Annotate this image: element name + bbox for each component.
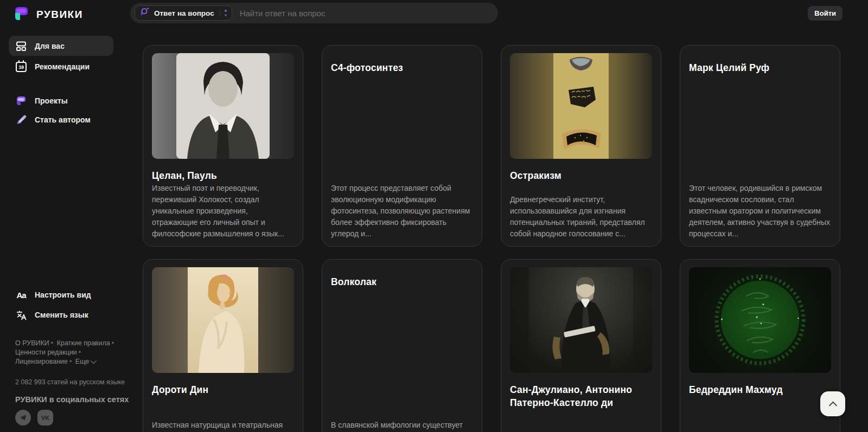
translate-icon: [15, 309, 27, 321]
card-title: Бедреддин Махмуд: [689, 384, 831, 397]
social-links: VK: [15, 410, 53, 425]
card-title: Волколак: [331, 276, 473, 289]
sidebar-item-label: Проекты: [35, 96, 68, 105]
sidebar: Для вас 19 Рекомендации Проекты: [0, 0, 130, 432]
chevron-up-icon: [828, 401, 837, 410]
for-you-cards-icon: [15, 40, 27, 52]
card-title: Марк Целий Руф: [689, 62, 831, 75]
login-button[interactable]: Войти: [808, 6, 843, 21]
appearance-label: Настроить вид: [35, 291, 91, 299]
language-label: Сменить язык: [35, 311, 88, 319]
article-card[interactable]: Сан-Джулиано, Антонино Патерно-Кастелло …: [501, 259, 661, 432]
footer-link-licensing[interactable]: Лицензирование: [15, 358, 68, 365]
article-card[interactable]: Целан, Пауль Известный поэт и переводчик…: [143, 45, 303, 247]
article-card[interactable]: Волколак В славянской мифологии существу…: [322, 259, 482, 432]
card-title: Сан-Джулиано, Антонино Патерно-Кастелло …: [510, 384, 652, 409]
calendar-day-number: 19: [18, 65, 23, 70]
separator-dot: •: [77, 349, 82, 356]
article-card[interactable]: Марк Целий Руф Этот человек, родившийся …: [680, 45, 840, 247]
ai-search-icon: [140, 7, 150, 19]
scroll-to-top-button[interactable]: [820, 391, 845, 416]
article-card[interactable]: C4-фотосинтез Этот процесс представляет …: [322, 45, 482, 247]
separator-dot: •: [68, 358, 73, 365]
sidebar-item-recommendations[interactable]: 19 Рекомендации: [9, 56, 113, 76]
appearance-settings[interactable]: Aa Настроить вид: [15, 289, 91, 301]
sidebar-item-label: Стать автором: [35, 115, 91, 124]
card-description: В славянской мифологии существует персон…: [331, 420, 473, 432]
footer-link-more[interactable]: Еще: [75, 358, 89, 365]
chevron-down-icon: [91, 358, 97, 364]
pencil-icon: [15, 114, 27, 126]
card-description: Известный поэт и переводчик, переживший …: [152, 183, 294, 240]
telegram-icon[interactable]: [15, 410, 31, 425]
card-image-black-white-portrait: [152, 53, 294, 159]
separator-dot: •: [110, 339, 116, 347]
card-image-ostraka-shards: [510, 53, 652, 159]
card-image-sepia-portrait: [152, 267, 294, 373]
sidebar-item-for-you[interactable]: Для вас: [9, 36, 113, 56]
footer-link-rules[interactable]: Краткие правила: [57, 339, 110, 347]
font-aa-icon: Aa: [15, 289, 27, 301]
separator-dot: •: [49, 339, 55, 347]
article-count: 2 082 993 статей на русском языке: [15, 378, 125, 386]
article-card[interactable]: Бедреддин Махмуд Данный исторический пер…: [680, 259, 840, 432]
search-mode-label: Ответ на вопрос: [154, 9, 214, 17]
search-mode-chip[interactable]: Ответ на вопрос: [135, 5, 232, 21]
footer-links: О РУВИКИ• Краткие правила• Ценности реда…: [15, 339, 118, 366]
card-title: Целан, Пауль: [152, 170, 294, 183]
projects-cube-icon: [15, 95, 27, 107]
card-description: Известная натурщица и театральная актрис…: [152, 420, 294, 432]
sidebar-item-label: Для вас: [35, 42, 65, 50]
calendar-icon: 19: [15, 61, 27, 73]
sidebar-item-label: Рекомендации: [35, 62, 90, 71]
article-card[interactable]: Дороти Дин Известная натурщица и театрал…: [143, 259, 303, 432]
card-image-green-calligraphy-seal: [689, 267, 831, 373]
article-card[interactable]: Остракизм Древнегреческий институт, испо…: [501, 45, 661, 247]
card-description: Этот человек, родившийся в римском всадн…: [689, 183, 831, 240]
footer-link-values[interactable]: Ценности редакции: [15, 349, 77, 356]
card-description: Этот процесс представляет собой эволюцио…: [331, 183, 473, 240]
card-title: C4-фотосинтез: [331, 62, 473, 75]
social-heading: РУВИКИ в социальных сетях: [15, 395, 129, 404]
card-description: Древнегреческий институт, использовавший…: [510, 194, 652, 240]
sidebar-item-projects[interactable]: Проекты: [9, 91, 113, 111]
search-bar[interactable]: Ответ на вопрос: [130, 3, 498, 23]
card-title: Остракизм: [510, 170, 652, 183]
sidebar-item-become-author[interactable]: Стать автором: [9, 109, 113, 130]
card-title: Дороти Дин: [152, 384, 294, 397]
article-card-grid: Целан, Пауль Известный поэт и переводчик…: [143, 45, 840, 432]
search-input[interactable]: [232, 9, 495, 18]
card-image-seated-man-photo: [510, 267, 652, 373]
vk-icon[interactable]: VK: [37, 410, 53, 425]
ruwiki-home-page: РУВИКИ Ответ на вопрос Войти: [0, 0, 868, 432]
footer-link-about[interactable]: О РУВИКИ: [15, 339, 49, 347]
change-language[interactable]: Сменить язык: [15, 309, 88, 321]
mode-toggle-icon: [220, 10, 227, 16]
